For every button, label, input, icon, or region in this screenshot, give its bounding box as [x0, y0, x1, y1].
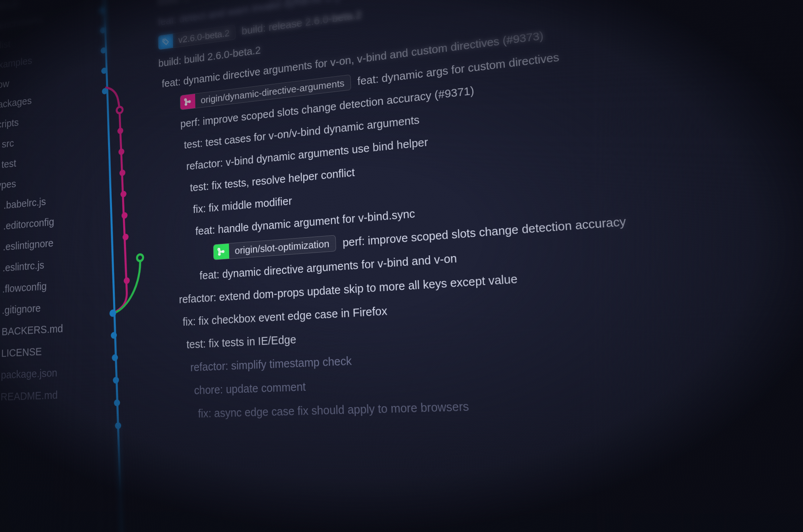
sidebar-item-label: types — [0, 178, 16, 192]
sidebar-item-label: test — [2, 157, 16, 171]
svg-point-9 — [118, 148, 124, 155]
svg-point-3 — [100, 27, 106, 34]
sidebar-item-label: README.md — [0, 389, 58, 403]
sidebar-item-label: BACKERS.md — [2, 322, 63, 338]
sidebar-item-label: flow — [0, 78, 9, 91]
commit-message: fix: async edge case fix should apply to… — [198, 400, 469, 420]
sidebar-item-label: src — [2, 137, 14, 150]
sidebar-item[interactable]: BACKERS.md — [0, 316, 87, 344]
editor-window: githubbenchmarksdistexamplesflowpackages… — [0, 0, 803, 532]
svg-point-6 — [102, 88, 108, 94]
sidebar-item-label: .babelrc.js — [4, 196, 46, 211]
branch-icon — [214, 244, 229, 260]
sidebar-item-label: scripts — [0, 116, 19, 131]
svg-point-10 — [120, 169, 126, 176]
svg-point-21 — [115, 422, 121, 429]
file-tree-sidebar: githubbenchmarksdistexamplesflowpackages… — [0, 0, 88, 408]
sidebar-item-label: .editorconfig — [3, 216, 54, 232]
sidebar-item[interactable]: package.json — [0, 361, 87, 387]
commit-message: test: fix tests in IE/Edge — [186, 333, 296, 351]
sidebar-item-label: .eslintrc.js — [2, 259, 44, 274]
svg-point-4 — [101, 47, 106, 54]
svg-point-17 — [111, 332, 117, 339]
commit-message: fix: fix middle modifier — [193, 195, 292, 216]
svg-point-12 — [122, 212, 128, 219]
svg-point-7 — [117, 106, 123, 113]
svg-point-20 — [114, 400, 120, 406]
commit-message: chore: update comment — [194, 380, 306, 397]
sidebar-item-label: packages — [0, 95, 32, 111]
commit-list: build: build 2.6.0-beta.3build: fix feat… — [135, 0, 642, 427]
sidebar-item-label: .gitignore — [2, 302, 41, 316]
svg-point-11 — [120, 191, 126, 198]
svg-point-22 — [164, 40, 165, 41]
sidebar-item[interactable]: README.md — [0, 383, 86, 408]
svg-point-16 — [110, 309, 116, 317]
sidebar-item-label: benchmarks — [0, 14, 43, 32]
svg-point-8 — [117, 127, 123, 134]
sidebar-item-label: examples — [0, 55, 32, 71]
commit-message: refactor: simplify timestamp check — [190, 354, 352, 374]
svg-point-13 — [122, 234, 128, 241]
svg-point-18 — [112, 354, 118, 361]
sidebar-item-label: LICENSE — [1, 345, 42, 359]
svg-line-0 — [104, 0, 122, 532]
branch-icon — [180, 94, 195, 110]
svg-point-15 — [124, 277, 130, 284]
svg-point-19 — [113, 377, 119, 383]
svg-point-5 — [101, 67, 107, 74]
sidebar-item-label: dist — [0, 38, 10, 51]
tag-icon — [158, 34, 173, 49]
sidebar-item-label: github — [0, 0, 19, 13]
sidebar-item-label: .flowconfig — [2, 280, 47, 295]
svg-point-2 — [100, 7, 105, 14]
sidebar-item-label: .eslintignore — [3, 237, 53, 253]
sidebar-item-label: package.json — [1, 367, 57, 381]
tag-label: v2.6.0-beta.2 — [173, 26, 235, 46]
branch-label: origin/slot-optimization — [229, 237, 336, 257]
